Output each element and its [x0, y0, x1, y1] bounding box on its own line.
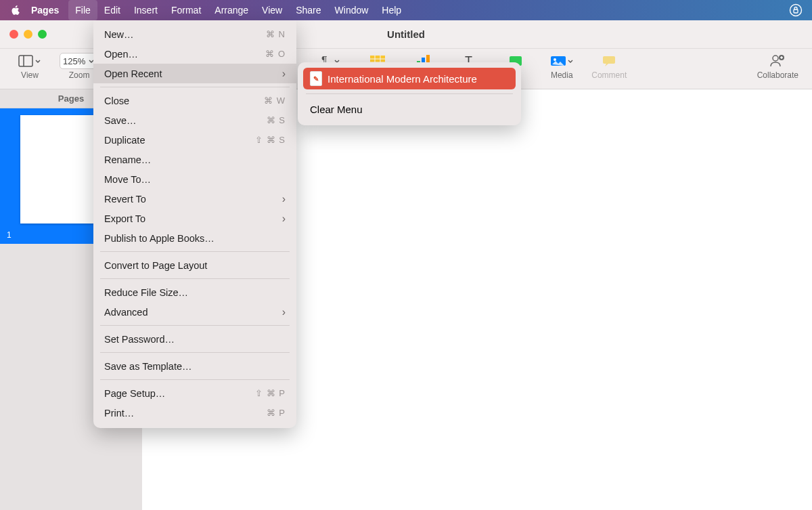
file-menu-item[interactable]: Export To› — [93, 209, 296, 228]
menu-shortcut: ⌘ O — [265, 49, 286, 59]
menubar-right — [789, 0, 803, 20]
file-menu-item[interactable]: Open…⌘ O — [93, 44, 296, 64]
app-name[interactable]: Pages — [31, 5, 59, 16]
menu-shortcut: ⌘ N — [266, 29, 286, 39]
menubar: Pages FileEditInsertFormatArrangeViewSha… — [0, 0, 812, 20]
file-menu-item[interactable]: Convert to Page Layout — [93, 255, 296, 275]
menu-item-label: Save… — [104, 115, 137, 126]
menu-item-label: Reduce File Size… — [104, 287, 188, 298]
menu-shortcut: ⇧ ⌘ P — [255, 388, 286, 398]
menu-item-label: Publish to Apple Books… — [104, 233, 215, 244]
menu-item-label: New… — [104, 29, 134, 40]
file-menu: New…⌘ NOpen…⌘ OOpen Recent›Close⌘ WSave…… — [93, 20, 296, 428]
collaborate-icon — [769, 51, 786, 70]
svg-rect-17 — [603, 56, 615, 64]
file-menu-item[interactable]: New…⌘ N — [93, 24, 296, 44]
menu-item-label: Rename… — [104, 154, 151, 165]
toolbar-view-label: View — [21, 70, 39, 80]
chevron-right-icon: › — [282, 213, 286, 225]
recent-document-label: International Modern Architecture — [328, 73, 477, 85]
toolbar-media-label: Media — [551, 70, 573, 80]
file-menu-item[interactable]: Rename… — [93, 150, 296, 169]
apple-menu-icon[interactable] — [9, 5, 22, 16]
menu-item-label: Print… — [104, 408, 134, 419]
menu-item-label: Page Setup… — [104, 388, 165, 399]
clear-menu-label: Clear Menu — [310, 104, 363, 115]
menu-shortcut: ⌘ W — [264, 95, 286, 106]
document-icon: ✎ — [310, 71, 322, 86]
file-menu-item[interactable]: Move To… — [93, 169, 296, 189]
chevron-right-icon: › — [282, 193, 286, 205]
recent-document-item[interactable]: ✎International Modern Architecture — [303, 68, 516, 89]
toolbar-zoom-label: Zoom — [69, 70, 90, 80]
toolbar-comment-label: Comment — [591, 70, 627, 80]
menu-item-label: Open Recent — [104, 68, 162, 79]
menu-window[interactable]: Window — [328, 0, 376, 20]
chevron-right-icon: › — [282, 306, 286, 318]
menu-item-label: Set Password… — [104, 334, 175, 345]
menu-item-label: Close — [104, 95, 129, 106]
menu-item-label: Move To… — [104, 174, 151, 185]
svg-point-16 — [554, 58, 556, 61]
view-icon — [18, 51, 41, 70]
menu-format[interactable]: Format — [164, 0, 208, 20]
toolbar-comment[interactable]: Comment — [591, 51, 627, 80]
menu-item-label: Save as Template… — [104, 361, 192, 372]
clear-menu-item[interactable]: Clear Menu — [303, 98, 516, 120]
menu-edit[interactable]: Edit — [97, 0, 127, 20]
menu-shortcut: ⌘ S — [267, 115, 286, 125]
menu-item-label: Convert to Page Layout — [104, 260, 207, 271]
media-icon — [550, 51, 573, 70]
menu-insert[interactable]: Insert — [127, 0, 164, 20]
open-recent-submenu: ✎International Modern ArchitectureClear … — [298, 62, 521, 125]
menu-item-label: Duplicate — [104, 135, 145, 146]
toolbar-collaborate-label: Collaborate — [757, 70, 798, 80]
file-menu-item[interactable]: Advanced› — [93, 302, 296, 322]
file-menu-item[interactable]: Reduce File Size… — [93, 282, 296, 302]
svg-point-18 — [773, 56, 778, 61]
menu-item-label: Export To — [104, 213, 145, 224]
menu-share[interactable]: Share — [289, 0, 328, 20]
file-menu-item[interactable]: Save as Template… — [93, 356, 296, 376]
toolbar-collaborate[interactable]: Collaborate — [757, 51, 798, 80]
menu-arrange[interactable]: Arrange — [208, 0, 255, 20]
menu-shortcut: ⇧ ⌘ S — [255, 135, 286, 145]
svg-rect-2 — [19, 56, 32, 66]
file-menu-item[interactable]: Close⌘ W — [93, 91, 296, 110]
chevron-right-icon: › — [282, 68, 286, 80]
menu-item-label: Open… — [104, 49, 138, 60]
file-menu-item[interactable]: Open Recent› — [93, 64, 296, 83]
file-menu-item[interactable]: Save…⌘ S — [93, 110, 296, 130]
file-menu-item[interactable]: Print…⌘ P — [93, 403, 296, 423]
file-menu-item[interactable]: Publish to Apple Books… — [93, 228, 296, 248]
toolbar-view[interactable]: View — [14, 51, 46, 80]
svg-point-0 — [790, 5, 802, 16]
menu-file[interactable]: File — [68, 0, 97, 20]
menu-view[interactable]: View — [255, 0, 289, 20]
svg-rect-1 — [794, 9, 798, 13]
file-menu-item[interactable]: Duplicate⇧ ⌘ S — [93, 130, 296, 150]
file-menu-item[interactable]: Page Setup…⇧ ⌘ P — [93, 383, 296, 403]
menu-shortcut: ⌘ P — [267, 408, 286, 418]
toolbar-media[interactable]: Media — [545, 51, 578, 80]
menu-help[interactable]: Help — [375, 0, 408, 20]
file-menu-item[interactable]: Set Password… — [93, 329, 296, 349]
menu-item-label: Advanced — [104, 307, 148, 318]
file-menu-item[interactable]: Revert To› — [93, 189, 296, 209]
menu-item-label: Revert To — [104, 194, 146, 205]
comment-icon — [602, 51, 616, 70]
lock-icon[interactable] — [789, 3, 803, 17]
